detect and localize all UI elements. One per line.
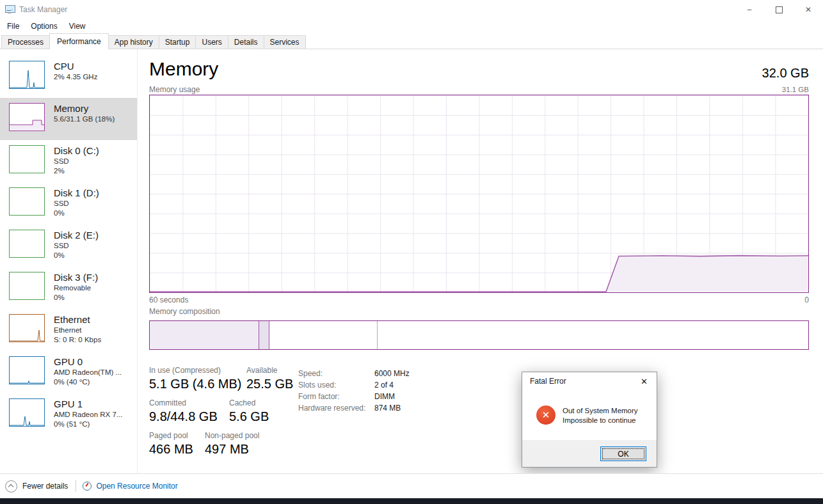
menu-file[interactable]: File [1, 20, 25, 32]
chevron-up-circle-icon [5, 480, 17, 492]
maximize-button[interactable] [764, 0, 794, 19]
sidebar-item-gpu1[interactable]: GPU 1 AMD Radeon RX 7... 0% (51 °C) [0, 393, 137, 436]
disk-mini-graph-icon [9, 272, 45, 300]
detail-label: Slots used: [298, 379, 374, 391]
sidebar-item-detail: SSD [54, 157, 99, 166]
fatal-error-dialog: Fatal Error ✕ ✕ Out of System Memory Imp… [522, 372, 657, 468]
sidebar-item-title: Disk 2 (E:) [54, 230, 99, 241]
detail-label: Hardware reserved: [298, 402, 374, 414]
memory-usage-label: Memory usage [149, 85, 200, 94]
sidebar-item-disk2[interactable]: Disk 2 (E:) SSD 0% [0, 224, 137, 267]
sidebar-item-title: Memory [54, 103, 115, 114]
sidebar-item-title: CPU [54, 61, 97, 72]
sidebar-item-detail: 2% 4.35 GHz [54, 72, 97, 82]
memory-mini-graph-icon [9, 103, 45, 131]
memory-usage-area [150, 95, 808, 292]
stat-label: Committed [149, 398, 229, 407]
sidebar-item-detail: Removable [54, 283, 98, 293]
sidebar-item-detail: AMD Radeon(TM) ... [54, 368, 122, 377]
sidebar-item-memory[interactable]: Memory 5.6/31.1 GB (18%) [0, 98, 137, 140]
close-icon: ✕ [805, 5, 811, 14]
fewer-details-button[interactable]: Fewer details [5, 480, 68, 492]
fewer-details-label: Fewer details [22, 482, 68, 491]
dialog-body: ✕ Out of System Memory Impossible to con… [522, 390, 657, 441]
minimize-button[interactable]: – [735, 0, 764, 19]
detail-value: DIMM [374, 391, 395, 402]
dialog-message-line1: Out of System Memory [563, 406, 638, 416]
menu-options[interactable]: Options [25, 20, 63, 32]
ethernet-mini-graph-icon [9, 314, 45, 342]
sidebar-item-title: Disk 3 (F:) [54, 272, 98, 283]
stat-value: 25.5 GB [246, 377, 293, 391]
tab-performance[interactable]: Performance [49, 33, 109, 49]
footer-divider [76, 480, 76, 492]
cpu-mini-graph-icon [9, 61, 45, 89]
graph-time-left-label: 60 seconds [149, 295, 188, 304]
sidebar-item-detail: 0% [54, 251, 99, 260]
open-resource-monitor-link[interactable]: Open Resource Monitor [96, 482, 177, 491]
detail-label: Speed: [298, 368, 374, 379]
sidebar-item-detail: SSD [54, 241, 99, 251]
title-bar: Task Manager – ✕ [0, 0, 823, 19]
stat-value: 9.8/44.8 GB [149, 409, 229, 424]
sidebar-item-detail: 0% [54, 293, 98, 303]
dialog-close-icon[interactable]: ✕ [638, 375, 650, 388]
tab-startup[interactable]: Startup [159, 35, 196, 49]
task-manager-window: Task Manager – ✕ File Options View Proce… [0, 0, 823, 504]
composition-segment-modified [259, 321, 269, 349]
maximize-icon [776, 6, 783, 13]
dialog-message-line2: Impossible to continue [563, 416, 638, 425]
sidebar-item-ethernet[interactable]: Ethernet Ethernet S: 0 R: 0 Kbps [0, 309, 137, 351]
minimize-icon: – [747, 5, 752, 14]
detail-value: 2 of 4 [374, 379, 394, 391]
stat-label: Paged pool [149, 431, 205, 440]
tab-users[interactable]: Users [195, 35, 228, 49]
dialog-footer: OK [522, 440, 657, 467]
stat-value: 466 MB [149, 442, 205, 457]
memory-composition-label: Memory composition [149, 307, 220, 316]
composition-segment-standby [269, 321, 378, 349]
menu-view[interactable]: View [63, 20, 92, 32]
ok-button[interactable]: OK [600, 446, 646, 461]
stat-label: Non-paged pool [205, 431, 259, 440]
sidebar-item-gpu0[interactable]: GPU 0 AMD Radeon(TM) ... 0% (40 °C) [0, 351, 137, 393]
memory-stats: In use (Compressed) 5.1 GB (4.6 MB) Avai… [149, 366, 312, 464]
detail-value: 6000 MHz [374, 368, 410, 379]
close-button[interactable]: ✕ [794, 0, 823, 19]
sidebar-item-detail: Ethernet [54, 326, 101, 335]
gpu-mini-graph-icon [9, 398, 45, 427]
stat-label: In use (Compressed) [149, 366, 246, 375]
tab-app-history[interactable]: App history [108, 35, 159, 49]
tab-services[interactable]: Services [264, 35, 306, 49]
sidebar-item-disk1[interactable]: Disk 1 (D:) SSD 0% [0, 182, 137, 224]
stat-label: Available [246, 366, 293, 375]
task-manager-app-icon [5, 5, 15, 14]
sidebar-item-detail: 2% [54, 166, 99, 176]
stat-value: 5.1 GB (4.6 MB) [149, 377, 246, 391]
taskbar-edge [0, 498, 823, 504]
resource-monitor-gauge-icon [83, 482, 92, 491]
graph-time-right-label: 0 [804, 295, 809, 304]
dialog-title: Fatal Error [530, 377, 638, 386]
sidebar-item-cpu[interactable]: CPU 2% 4.35 GHz [0, 56, 137, 98]
detail-label: Form factor: [298, 391, 374, 402]
disk-mini-graph-icon [9, 187, 45, 216]
sidebar-item-title: GPU 0 [54, 356, 122, 368]
tab-processes[interactable]: Processes [1, 35, 50, 49]
tab-details[interactable]: Details [228, 35, 264, 49]
gpu-mini-graph-icon [9, 356, 45, 384]
stat-value: 497 MB [205, 442, 259, 457]
performance-sidebar: CPU 2% 4.35 GHz Memory 5.6/31.1 GB (18%)… [0, 49, 138, 474]
disk-mini-graph-icon [9, 230, 45, 258]
page-title: Memory [149, 58, 218, 80]
footer-bar: Fewer details Open Resource Monitor [0, 473, 823, 498]
stat-label: Cached [229, 398, 269, 407]
sidebar-item-detail: AMD Radeon RX 7... [54, 410, 122, 420]
sidebar-item-disk3[interactable]: Disk 3 (F:) Removable 0% [0, 267, 137, 309]
tab-bar: Processes Performance App history Startu… [0, 33, 823, 49]
sidebar-item-disk0[interactable]: Disk 0 (C:) SSD 2% [0, 140, 137, 182]
sidebar-item-detail: SSD [54, 199, 99, 209]
window-title: Task Manager [19, 5, 67, 14]
memory-usage-graph [149, 95, 809, 293]
memory-total-capacity: 32.0 GB [762, 66, 809, 81]
